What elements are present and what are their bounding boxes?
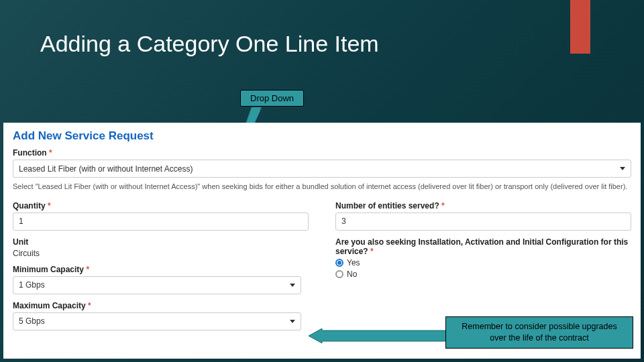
radio-icon: [335, 270, 343, 278]
radio-yes-label: Yes: [347, 258, 360, 267]
callout-dropdown: Drop Down: [240, 90, 304, 107]
entities-value: 3: [341, 217, 346, 226]
min-capacity-label: Minimum Capacity *: [13, 265, 309, 274]
unit-label: Unit: [13, 237, 309, 247]
function-hint: Select "Leased Lit Fiber (with or withou…: [13, 182, 631, 192]
min-capacity-value: 1 Gbps: [19, 280, 45, 290]
slide-title: Adding a Category One Line Item: [40, 31, 379, 57]
radio-icon: [335, 259, 343, 267]
radio-no[interactable]: No: [335, 269, 631, 279]
chevron-down-icon: [620, 167, 625, 170]
max-capacity-label: Maximum Capacity *: [13, 301, 309, 310]
max-capacity-value: 5 Gbps: [19, 316, 45, 326]
callout-upgrades: Remember to consider possible upgrades o…: [445, 316, 633, 349]
chevron-down-icon: [290, 320, 295, 323]
radio-yes[interactable]: Yes: [335, 258, 631, 267]
function-value: Leased Lit Fiber (with or without Intern…: [19, 164, 193, 174]
installation-label: Are you also seeking Installation, Activ…: [335, 237, 631, 256]
entities-label: Number of entities served? *: [335, 201, 631, 210]
min-capacity-select[interactable]: 1 Gbps: [13, 276, 301, 294]
form-title: Add New Service Request: [13, 129, 631, 143]
accent-bar: [570, 0, 590, 54]
chevron-down-icon: [290, 284, 295, 287]
radio-no-label: No: [347, 269, 357, 279]
unit-value: Circuits: [13, 249, 309, 258]
entities-input[interactable]: 3: [335, 213, 631, 231]
quantity-input[interactable]: 1: [13, 213, 309, 231]
function-select[interactable]: Leased Lit Fiber (with or without Intern…: [13, 160, 631, 178]
max-capacity-select[interactable]: 5 Gbps: [13, 312, 301, 330]
function-label: Function *: [13, 148, 631, 158]
quantity-value: 1: [19, 217, 23, 226]
quantity-label: Quantity *: [13, 201, 309, 210]
